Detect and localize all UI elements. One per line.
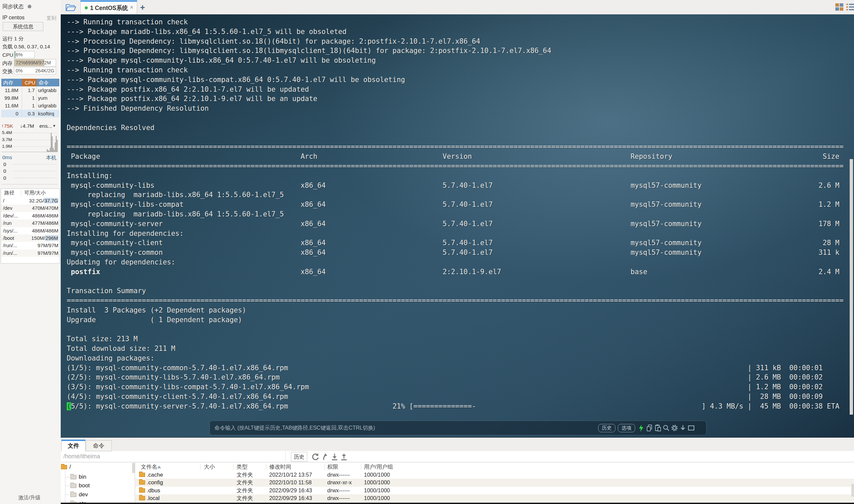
disk-row[interactable]: /32.2G/37.7G bbox=[1, 197, 59, 204]
col-size[interactable]: 大小 bbox=[204, 462, 215, 471]
tree-scrollbar[interactable] bbox=[132, 463, 135, 473]
mem-meter: 72%699M/972M bbox=[14, 59, 56, 66]
activate-upgrade-link[interactable]: 激活/升级 bbox=[18, 494, 40, 501]
disk-row[interactable]: /run/...97M/97M bbox=[1, 242, 59, 249]
window-icon[interactable] bbox=[688, 424, 695, 432]
file-history-button[interactable]: 历史 bbox=[291, 452, 307, 462]
process-col-command[interactable]: 命令 bbox=[37, 79, 59, 86]
disk-row[interactable]: /run/...97M/97M bbox=[1, 250, 59, 257]
process-col-memory[interactable]: 内存 bbox=[1, 79, 22, 86]
new-tab-button[interactable]: + bbox=[140, 3, 145, 12]
upload-file-icon[interactable] bbox=[340, 453, 348, 461]
disk-col-path[interactable]: 路径 bbox=[4, 190, 14, 196]
net-graph-label: 1.9M bbox=[2, 144, 12, 149]
bottom-edge bbox=[61, 503, 854, 504]
folder-icon bbox=[70, 484, 76, 488]
folder-icon bbox=[70, 475, 76, 479]
tab-files-active-indicator bbox=[61, 439, 86, 441]
file-list-scrollbar[interactable] bbox=[851, 484, 854, 497]
net-iface-label[interactable]: ens... bbox=[39, 123, 52, 129]
terminal[interactable]: --> Running transaction check ---> Packa… bbox=[61, 14, 854, 437]
download-arrow-icon[interactable] bbox=[679, 424, 687, 432]
copy-icon[interactable] bbox=[646, 424, 653, 432]
tab-commands[interactable]: 命令 bbox=[86, 440, 112, 451]
open-sessions-icon[interactable] bbox=[66, 4, 76, 11]
tree-item-boot[interactable]: boot bbox=[70, 481, 90, 490]
terminal-output: --> Running transaction check ---> Packa… bbox=[67, 17, 844, 411]
lightning-icon[interactable] bbox=[637, 424, 645, 432]
net-iface-dropdown-icon[interactable]: ▼ bbox=[52, 124, 56, 128]
disk-col-size[interactable]: 可用/大小 bbox=[24, 190, 46, 196]
copy-ip-button[interactable]: 复制 bbox=[47, 15, 56, 21]
ping-value: 0 bbox=[3, 175, 6, 181]
tab-active-indicator bbox=[80, 0, 137, 2]
file-row[interactable]: .dbus 文件夹 2022/09/29 16:43 drwx------ 10… bbox=[135, 487, 854, 494]
menu-icon[interactable] bbox=[846, 4, 854, 11]
swap-label: 交换 bbox=[2, 68, 13, 75]
folder-icon bbox=[139, 488, 145, 493]
disk-row[interactable]: /sys/...486M/486M bbox=[1, 227, 59, 234]
col-owner[interactable]: 用户/用户组 bbox=[364, 462, 393, 471]
file-row[interactable]: .config 文件夹 2022/10/10 11:58 drwxr-xr-x … bbox=[135, 479, 854, 486]
terminal-scrollbar[interactable] bbox=[850, 159, 853, 415]
net-up-label: ↑75K bbox=[1, 123, 13, 129]
net-graph-label: 5.4M bbox=[2, 130, 12, 135]
disk-row[interactable]: /run477M/486M bbox=[1, 219, 59, 227]
command-input-bar[interactable]: 命令输入 (按ALT键提示历史,TAB键路径,ESC键返回,双击CTRL切换) … bbox=[210, 420, 707, 435]
ping-value: 0 bbox=[3, 161, 6, 167]
up-directory-icon[interactable] bbox=[321, 453, 330, 461]
col-permission[interactable]: 权限 bbox=[327, 462, 338, 471]
ping-host-label[interactable]: 本机 bbox=[46, 155, 56, 161]
tab-close-icon[interactable]: × bbox=[130, 4, 133, 11]
process-table-header[interactable]: 内存 CPU 命令 bbox=[1, 79, 59, 86]
directory-tree[interactable]: / bin boot dev etc bbox=[61, 462, 132, 504]
ip-label: IP centos bbox=[2, 15, 24, 21]
col-modified[interactable]: 修改时间 bbox=[269, 462, 291, 471]
disk-table-header[interactable]: 路径 可用/大小 bbox=[1, 189, 59, 197]
net-down-label: ↓4.7M bbox=[20, 123, 34, 129]
tree-item-bin[interactable]: bin bbox=[70, 473, 86, 481]
disk-row[interactable]: /dev470M/470M bbox=[1, 204, 59, 212]
tab-centos[interactable]: 1 CentOS系统 × bbox=[80, 0, 137, 14]
process-row[interactable]: 99.8M 1 yum bbox=[1, 94, 59, 102]
load-label: 负载 0.58, 0.37, 0.14 bbox=[2, 43, 50, 50]
file-row[interactable]: .local 文件夹 2022/09/29 16:43 drwx------ 1… bbox=[135, 494, 854, 502]
col-type[interactable]: 类型 bbox=[237, 462, 248, 471]
sync-status-icon bbox=[28, 5, 31, 8]
paste-icon[interactable] bbox=[654, 424, 661, 432]
swap-value: 0% bbox=[16, 67, 23, 74]
split-screen-icon[interactable] bbox=[835, 3, 844, 11]
settings-gear-icon[interactable] bbox=[671, 424, 678, 432]
file-manager-panel: 文件 命令 /home/itheima 历史 bbox=[61, 437, 854, 504]
folder-icon bbox=[139, 496, 145, 500]
file-list-header: 文件名 大小 类型 修改时间 权限 用户/用户组 bbox=[135, 462, 854, 471]
tree-item-root[interactable]: / bbox=[61, 463, 71, 471]
process-col-cpu[interactable]: CPU bbox=[22, 79, 37, 86]
file-panel-tabs: 文件 命令 bbox=[61, 437, 854, 451]
process-row[interactable]: 0 0.3 ksoftirq bbox=[1, 110, 59, 118]
mem-value: 72%699M/972M bbox=[16, 59, 51, 66]
process-row[interactable]: 11.6M 1 urlgrabb bbox=[1, 102, 59, 109]
file-row[interactable]: .cache 文件夹 2022/10/12 13:57 drwx------ 1… bbox=[135, 471, 854, 479]
tab-status-dot bbox=[85, 6, 88, 9]
file-list[interactable]: 文件名 大小 类型 修改时间 权限 用户/用户组 .cache 文件夹 2022… bbox=[135, 462, 854, 504]
history-button[interactable]: 历史 bbox=[598, 424, 616, 432]
cpu-value: 6% bbox=[16, 51, 23, 58]
folder-icon bbox=[139, 473, 145, 477]
search-icon[interactable] bbox=[662, 424, 670, 432]
folder-icon bbox=[139, 480, 145, 485]
path-input[interactable]: /home/itheima bbox=[63, 453, 100, 460]
download-file-icon[interactable] bbox=[330, 453, 339, 461]
process-row[interactable]: 11.8M 1.7 urlgrabb bbox=[1, 86, 59, 94]
ping-latency-label: 0ms bbox=[2, 155, 12, 160]
col-filename[interactable]: 文件名 bbox=[141, 462, 158, 471]
disk-row[interactable]: /boot150M/296M bbox=[1, 234, 59, 242]
options-button[interactable]: 选项 bbox=[618, 424, 635, 432]
tab-files[interactable]: 文件 bbox=[61, 439, 86, 451]
disk-table: 路径 可用/大小 /32.2G/37.7G /dev470M/470M /dev… bbox=[1, 188, 60, 264]
system-info-button[interactable]: 系统信息 bbox=[3, 22, 43, 31]
refresh-icon[interactable] bbox=[311, 453, 320, 461]
tree-item-dev[interactable]: dev bbox=[70, 490, 88, 499]
disk-row[interactable]: /dev/...486M/486M bbox=[1, 212, 59, 219]
tab-bar: 1 CentOS系统 × + bbox=[61, 0, 854, 14]
